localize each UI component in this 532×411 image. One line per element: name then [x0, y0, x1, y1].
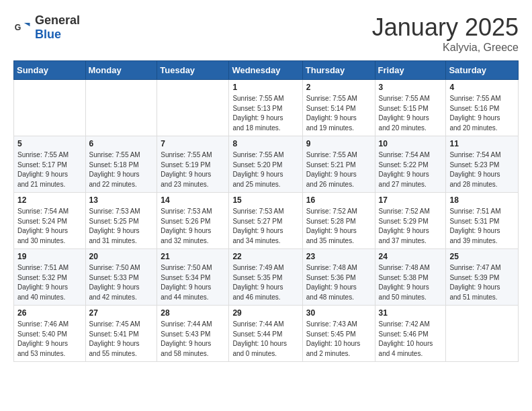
day-info: Sunrise: 7:54 AM Sunset: 5:23 PM Dayligh…: [449, 150, 515, 189]
day-number: 9: [306, 139, 371, 148]
day-number: 11: [449, 139, 515, 148]
title-block: January 2025 Kalyvia, Greece: [372, 13, 519, 54]
calendar-cell: 13Sunrise: 7:53 AM Sunset: 5:25 PM Dayli…: [85, 193, 157, 249]
day-number: 28: [161, 308, 225, 318]
day-header-friday: Friday: [375, 61, 446, 80]
calendar-cell: [14, 80, 86, 136]
day-number: 19: [17, 252, 82, 261]
day-number: 16: [306, 195, 371, 205]
calendar-cell: 6Sunrise: 7:55 AM Sunset: 5:18 PM Daylig…: [85, 136, 157, 193]
calendar-cell: 29Sunrise: 7:44 AM Sunset: 5:44 PM Dayli…: [229, 306, 302, 362]
day-info: Sunrise: 7:47 AM Sunset: 5:39 PM Dayligh…: [449, 263, 515, 302]
day-info: Sunrise: 7:55 AM Sunset: 5:21 PM Dayligh…: [306, 150, 371, 189]
day-number: 6: [89, 139, 154, 148]
day-info: Sunrise: 7:44 AM Sunset: 5:44 PM Dayligh…: [232, 320, 298, 359]
week-row-4: 19Sunrise: 7:51 AM Sunset: 5:32 PM Dayli…: [14, 249, 519, 306]
week-row-5: 26Sunrise: 7:46 AM Sunset: 5:40 PM Dayli…: [14, 306, 519, 362]
day-number: 15: [232, 195, 298, 205]
day-header-thursday: Thursday: [302, 61, 375, 80]
day-info: Sunrise: 7:50 AM Sunset: 5:34 PM Dayligh…: [161, 263, 225, 302]
calendar-cell: 22Sunrise: 7:49 AM Sunset: 5:35 PM Dayli…: [229, 249, 302, 306]
day-info: Sunrise: 7:55 AM Sunset: 5:17 PM Dayligh…: [17, 150, 82, 189]
page-header: G General Blue January 2025 Kalyvia, Gre…: [13, 13, 519, 54]
day-info: Sunrise: 7:55 AM Sunset: 5:20 PM Dayligh…: [232, 150, 298, 189]
day-header-sunday: Sunday: [14, 61, 86, 80]
calendar-cell: [157, 80, 229, 136]
day-header-tuesday: Tuesday: [157, 61, 229, 80]
day-info: Sunrise: 7:45 AM Sunset: 5:41 PM Dayligh…: [89, 320, 154, 359]
calendar-cell: 28Sunrise: 7:44 AM Sunset: 5:43 PM Dayli…: [157, 306, 229, 362]
calendar-cell: 8Sunrise: 7:55 AM Sunset: 5:20 PM Daylig…: [229, 136, 302, 193]
day-info: Sunrise: 7:55 AM Sunset: 5:19 PM Dayligh…: [161, 150, 225, 189]
logo: G General Blue: [13, 13, 80, 42]
week-row-2: 5Sunrise: 7:55 AM Sunset: 5:17 PM Daylig…: [14, 136, 519, 193]
day-info: Sunrise: 7:52 AM Sunset: 5:29 PM Dayligh…: [379, 207, 443, 246]
calendar-cell: 20Sunrise: 7:50 AM Sunset: 5:33 PM Dayli…: [85, 249, 157, 306]
calendar-cell: 12Sunrise: 7:54 AM Sunset: 5:24 PM Dayli…: [14, 193, 86, 249]
day-number: 10: [379, 139, 443, 148]
day-number: 22: [232, 252, 298, 261]
calendar-cell: 23Sunrise: 7:48 AM Sunset: 5:36 PM Dayli…: [302, 249, 375, 306]
calendar-cell: 25Sunrise: 7:47 AM Sunset: 5:39 PM Dayli…: [446, 249, 519, 306]
calendar-cell: 31Sunrise: 7:42 AM Sunset: 5:46 PM Dayli…: [375, 306, 446, 362]
day-number: 26: [17, 308, 82, 318]
day-info: Sunrise: 7:55 AM Sunset: 5:14 PM Dayligh…: [306, 94, 371, 133]
svg-marker-1: [24, 23, 30, 26]
day-info: Sunrise: 7:54 AM Sunset: 5:24 PM Dayligh…: [17, 207, 82, 246]
day-number: 18: [449, 195, 515, 205]
day-info: Sunrise: 7:50 AM Sunset: 5:33 PM Dayligh…: [89, 263, 154, 302]
day-number: 25: [449, 252, 515, 261]
calendar-cell: 10Sunrise: 7:54 AM Sunset: 5:22 PM Dayli…: [375, 136, 446, 193]
calendar-cell: 26Sunrise: 7:46 AM Sunset: 5:40 PM Dayli…: [14, 306, 86, 362]
day-info: Sunrise: 7:54 AM Sunset: 5:22 PM Dayligh…: [379, 150, 443, 189]
calendar-cell: [85, 80, 157, 136]
day-info: Sunrise: 7:46 AM Sunset: 5:40 PM Dayligh…: [17, 320, 82, 359]
day-number: 30: [306, 308, 371, 318]
day-number: 1: [232, 83, 298, 92]
day-number: 4: [449, 83, 515, 92]
day-info: Sunrise: 7:51 AM Sunset: 5:31 PM Dayligh…: [449, 207, 515, 246]
day-number: 2: [306, 83, 371, 92]
day-header-wednesday: Wednesday: [229, 61, 302, 80]
calendar-cell: 27Sunrise: 7:45 AM Sunset: 5:41 PM Dayli…: [85, 306, 157, 362]
logo-general: General: [35, 13, 80, 27]
day-info: Sunrise: 7:55 AM Sunset: 5:16 PM Dayligh…: [449, 94, 515, 133]
day-info: Sunrise: 7:52 AM Sunset: 5:28 PM Dayligh…: [306, 207, 371, 246]
header-row: SundayMondayTuesdayWednesdayThursdayFrid…: [14, 61, 519, 80]
calendar-cell: 11Sunrise: 7:54 AM Sunset: 5:23 PM Dayli…: [446, 136, 519, 193]
day-info: Sunrise: 7:44 AM Sunset: 5:43 PM Dayligh…: [161, 320, 225, 359]
calendar-cell: [446, 306, 519, 362]
day-number: 14: [161, 195, 225, 205]
calendar-cell: 2Sunrise: 7:55 AM Sunset: 5:14 PM Daylig…: [302, 80, 375, 136]
calendar-cell: 4Sunrise: 7:55 AM Sunset: 5:16 PM Daylig…: [446, 80, 519, 136]
calendar-cell: 9Sunrise: 7:55 AM Sunset: 5:21 PM Daylig…: [302, 136, 375, 193]
day-number: 24: [379, 252, 443, 261]
calendar-table: SundayMondayTuesdayWednesdayThursdayFrid…: [13, 60, 519, 362]
day-info: Sunrise: 7:53 AM Sunset: 5:27 PM Dayligh…: [232, 207, 298, 246]
day-info: Sunrise: 7:43 AM Sunset: 5:45 PM Dayligh…: [306, 320, 371, 359]
day-number: 29: [232, 308, 298, 318]
calendar-cell: 15Sunrise: 7:53 AM Sunset: 5:27 PM Dayli…: [229, 193, 302, 249]
day-info: Sunrise: 7:55 AM Sunset: 5:15 PM Dayligh…: [379, 94, 443, 133]
day-number: 5: [17, 139, 82, 148]
day-number: 21: [161, 252, 225, 261]
day-info: Sunrise: 7:49 AM Sunset: 5:35 PM Dayligh…: [232, 263, 298, 302]
calendar-cell: 30Sunrise: 7:43 AM Sunset: 5:45 PM Dayli…: [302, 306, 375, 362]
day-number: 27: [89, 308, 154, 318]
calendar-cell: 17Sunrise: 7:52 AM Sunset: 5:29 PM Dayli…: [375, 193, 446, 249]
day-number: 13: [89, 195, 154, 205]
calendar-cell: 14Sunrise: 7:53 AM Sunset: 5:26 PM Dayli…: [157, 193, 229, 249]
calendar-cell: 16Sunrise: 7:52 AM Sunset: 5:28 PM Dayli…: [302, 193, 375, 249]
calendar-cell: 7Sunrise: 7:55 AM Sunset: 5:19 PM Daylig…: [157, 136, 229, 193]
day-number: 12: [17, 195, 82, 205]
week-row-1: 1Sunrise: 7:55 AM Sunset: 5:13 PM Daylig…: [14, 80, 519, 136]
day-number: 7: [161, 139, 225, 148]
day-number: 31: [379, 308, 443, 318]
location: Kalyvia, Greece: [372, 42, 519, 54]
day-number: 8: [232, 139, 298, 148]
calendar-cell: 3Sunrise: 7:55 AM Sunset: 5:15 PM Daylig…: [375, 80, 446, 136]
calendar-cell: 1Sunrise: 7:55 AM Sunset: 5:13 PM Daylig…: [229, 80, 302, 136]
day-header-monday: Monday: [85, 61, 157, 80]
day-info: Sunrise: 7:48 AM Sunset: 5:38 PM Dayligh…: [379, 263, 443, 302]
day-info: Sunrise: 7:42 AM Sunset: 5:46 PM Dayligh…: [379, 320, 443, 359]
